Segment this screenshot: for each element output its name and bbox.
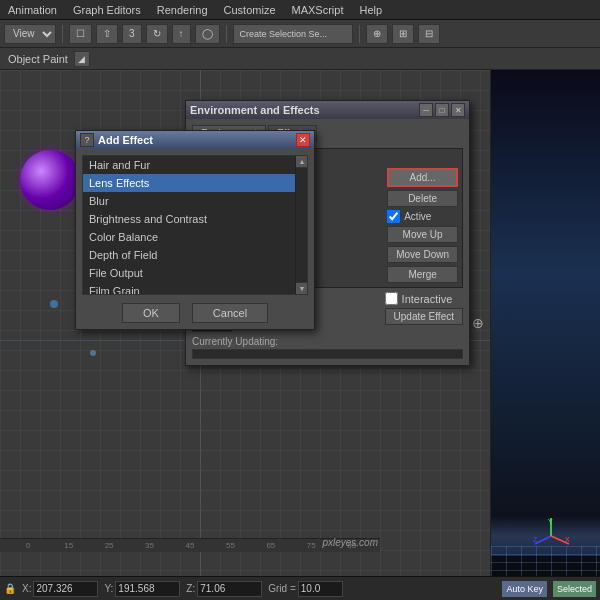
add-ok-button[interactable]: OK [122,303,180,323]
interactive-row: Interactive [385,292,463,305]
watermark: pxleyes.com [322,537,378,548]
x-label: X: [22,583,31,594]
effect-list-scrollbar[interactable]: ▲ ▼ [295,156,307,294]
ruler-tick-0: 0 [8,541,48,550]
move-down-button[interactable]: Move Down [387,246,458,263]
lock-icon-area: 🔒 [4,583,16,594]
x-input[interactable] [33,581,98,597]
toolbar-icon-3[interactable]: ⊟ [418,24,440,44]
add-effect-titlebar[interactable]: ? Add Effect ✕ [76,131,314,149]
status-bar: 🔒 X: Y: Z: Grid = Auto Key Selected [0,576,600,600]
menu-animation[interactable]: Animation [4,2,61,18]
svg-text:Z: Z [533,536,538,543]
ruler-tick-35: 35 [129,541,169,550]
toolbar-icon-2[interactable]: ⊞ [392,24,414,44]
scroll-track [296,168,307,282]
toolbar-btn-3[interactable]: 3 [122,24,142,44]
progress-bar [192,349,463,359]
effect-item-blur[interactable]: Blur [83,192,295,210]
toolbar-separator-1 [62,25,63,43]
env-maximize-btn[interactable]: □ [435,103,449,117]
svg-text:X: X [565,536,570,543]
effects-buttons: Add... Delete Active Move Up Move Down M… [387,168,458,283]
toolbar-btn-6[interactable]: ◯ [195,24,220,44]
compass-icon[interactable]: ⊕ [472,315,484,331]
add-effect-title: Add Effect [98,134,153,146]
create-selection-btn[interactable]: Create Selection Se... [233,24,353,44]
toolbar-separator-3 [359,25,360,43]
mini-viewport-scene: X Y Z [491,70,600,576]
z-label: Z: [186,583,195,594]
object-paint-bar: Object Paint ◢ [0,48,600,70]
toolbar-icon-1[interactable]: ⊕ [366,24,388,44]
scroll-down-btn[interactable]: ▼ [296,282,308,294]
toolbar-btn-1[interactable]: ☐ [69,24,92,44]
effect-item-dof[interactable]: Depth of Field [83,246,295,264]
ruler-tick-15: 15 [48,541,88,550]
menu-bar: Animation Graph Editors Rendering Custom… [0,0,600,20]
grid-input[interactable] [298,581,343,597]
grid-label: Grid = [268,583,296,594]
effect-item-color[interactable]: Color Balance [83,228,295,246]
mini-viewport: X Y Z [490,70,600,576]
add-effect-body: Hair and Fur Lens Effects Blur Brightnes… [76,149,314,329]
effect-list-items: Hair and Fur Lens Effects Blur Brightnes… [83,156,295,294]
ruler-tick-65: 65 [251,541,291,550]
ruler-tick-25: 25 [89,541,129,550]
add-effect-button[interactable]: Add... [387,168,458,187]
svg-line-2 [535,536,551,544]
env-close-btn[interactable]: ✕ [451,103,465,117]
toolbar-separator-2 [226,25,227,43]
env-dialog-titlebar[interactable]: Environment and Effects ─ □ ✕ [186,101,469,119]
add-effect-dialog: ? Add Effect ✕ Hair and Fur Lens Effects… [75,130,315,330]
add-cancel-button[interactable]: Cancel [192,303,268,323]
main-area: 0 15 25 35 45 55 65 75 85 pxleyes.com ⊕ … [0,70,600,576]
z-input[interactable] [197,581,262,597]
active-label: Active [404,211,431,222]
add-help-btn[interactable]: ? [80,133,94,147]
ruler-tick-45: 45 [170,541,210,550]
merge-button[interactable]: Merge [387,266,458,283]
menu-graph-editors[interactable]: Graph Editors [69,2,145,18]
axes-svg: X Y Z [531,516,571,551]
effect-item-film[interactable]: Film Grain [83,282,295,295]
small-obj-2 [90,350,96,356]
effect-item-brightness[interactable]: Brightness and Contrast [83,210,295,228]
menu-rendering[interactable]: Rendering [153,2,212,18]
svg-text:Y: Y [548,518,553,525]
menu-help[interactable]: Help [356,2,387,18]
lock-icon: 🔒 [4,583,16,594]
selected-badge: Selected [553,581,596,597]
sphere-object [20,150,80,210]
effect-list[interactable]: Hair and Fur Lens Effects Blur Brightnes… [82,155,308,295]
env-minimize-btn[interactable]: ─ [419,103,433,117]
small-obj-1 [50,300,58,308]
auto-key-badge[interactable]: Auto Key [502,581,547,597]
scroll-up-btn[interactable]: ▲ [296,156,308,168]
active-checkbox-row: Active [387,210,458,223]
object-paint-icon[interactable]: ◢ [74,51,90,67]
active-checkbox[interactable] [387,210,400,223]
move-up-button[interactable]: Move Up [387,226,458,243]
menu-maxscript[interactable]: MAXScript [288,2,348,18]
add-close-btn[interactable]: ✕ [296,133,310,147]
z-coord: Z: [186,581,262,597]
main-toolbar: View ☐ ⇧ 3 ↻ ↑ ◯ Create Selection Se... … [0,20,600,48]
interactive-checkbox[interactable] [385,292,398,305]
x-coord: X: [22,581,98,597]
toolbar-btn-5[interactable]: ↑ [172,24,191,44]
add-dialog-buttons: OK Cancel [82,303,308,323]
view-dropdown[interactable]: View [4,24,56,44]
effect-item-lens[interactable]: Lens Effects [83,174,295,192]
menu-customize[interactable]: Customize [220,2,280,18]
toolbar-btn-4[interactable]: ↻ [146,24,168,44]
effect-item-hair[interactable]: Hair and Fur [83,156,295,174]
delete-effect-button[interactable]: Delete [387,190,458,207]
env-dialog-title: Environment and Effects [190,104,320,116]
update-effect-button[interactable]: Update Effect [385,308,463,325]
preview-controls: Interactive Update Effect [385,292,463,332]
y-input[interactable] [115,581,180,597]
effect-item-file[interactable]: File Output [83,264,295,282]
toolbar-btn-2[interactable]: ⇧ [96,24,118,44]
y-label: Y: [104,583,113,594]
